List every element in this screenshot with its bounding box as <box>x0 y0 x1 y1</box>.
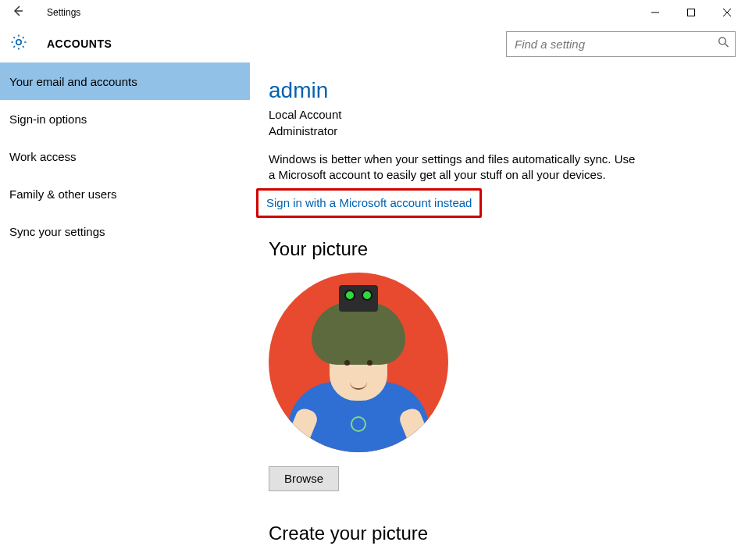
back-button[interactable] <box>0 0 36 25</box>
back-arrow-icon <box>11 4 25 21</box>
sidebar-item-label: Your email and accounts <box>9 75 137 88</box>
sign-in-microsoft-link[interactable]: Sign in with a Microsoft account instead <box>266 196 472 209</box>
sidebar-item-label: Family & other users <box>9 187 117 201</box>
sidebar-item-email-accounts[interactable]: Your email and accounts <box>0 62 250 100</box>
search-input[interactable] <box>506 31 736 57</box>
profile-picture <box>269 273 448 452</box>
sidebar-item-work-access[interactable]: Work access <box>0 137 250 175</box>
highlight-box: Sign in with a Microsoft account instead <box>256 188 482 218</box>
sidebar-item-sync-settings[interactable]: Sync your settings <box>0 212 250 250</box>
content: admin Local Account Administrator Window… <box>250 62 745 560</box>
svg-point-5 <box>16 40 21 45</box>
your-picture-heading: Your picture <box>269 238 726 260</box>
svg-rect-2 <box>688 9 695 16</box>
sidebar-item-family-other-users[interactable]: Family & other users <box>0 175 250 212</box>
sidebar: Your email and accounts Sign-in options … <box>0 62 250 560</box>
sync-description: Windows is better when your settings and… <box>269 152 636 184</box>
search-box <box>506 31 736 57</box>
account-type: Local Account <box>269 106 726 123</box>
header: ACCOUNTS <box>0 25 745 62</box>
sidebar-item-label: Sync your settings <box>9 225 105 238</box>
window-controls <box>637 0 745 25</box>
close-button[interactable] <box>709 0 745 25</box>
account-role: Administrator <box>269 123 726 139</box>
window-title: Settings <box>47 7 80 18</box>
sidebar-item-label: Work access <box>9 150 77 163</box>
sidebar-item-label: Sign-in options <box>9 112 87 126</box>
section-title: ACCOUNTS <box>47 37 112 50</box>
username: admin <box>269 78 726 103</box>
svg-line-7 <box>725 44 729 47</box>
search-icon <box>718 37 729 52</box>
svg-point-6 <box>719 37 726 45</box>
minimize-icon <box>651 9 659 16</box>
settings-home-button[interactable] <box>0 33 37 55</box>
sidebar-item-sign-in-options[interactable]: Sign-in options <box>0 100 250 137</box>
gear-icon <box>9 33 28 55</box>
create-picture-heading: Create your picture <box>269 523 726 544</box>
close-icon <box>723 9 731 16</box>
maximize-button[interactable] <box>673 0 709 25</box>
browse-button[interactable]: Browse <box>269 466 339 491</box>
titlebar: Settings <box>0 0 745 25</box>
maximize-icon <box>687 9 695 16</box>
minimize-button[interactable] <box>637 0 673 25</box>
